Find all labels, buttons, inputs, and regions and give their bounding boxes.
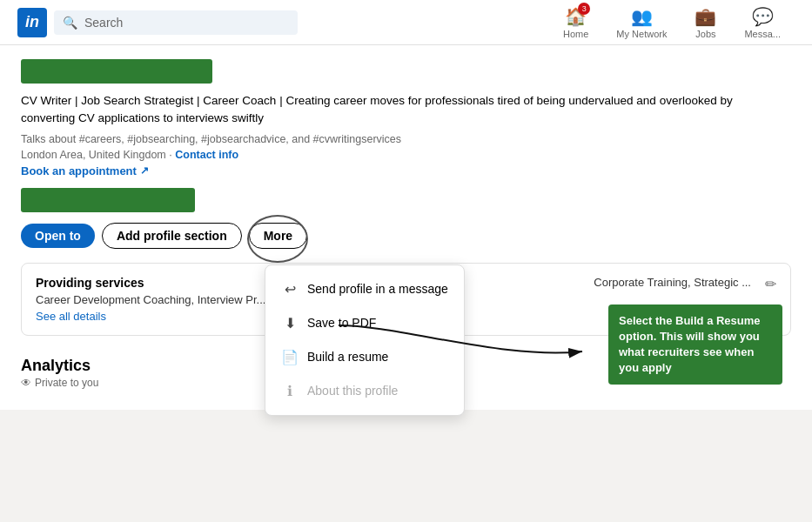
more-button[interactable]: More [249, 223, 307, 249]
header-nav: 🏠 3 Home 👥 My Network 💼 Jobs 💬 Messa... [549, 6, 795, 39]
profile-photo-bar [21, 188, 195, 212]
more-dropdown-menu: ↩ Send profile in a message ⬇ Save to PD… [265, 264, 465, 416]
jobs-icon: 💼 [695, 6, 716, 27]
services-right-text: Corporate Training, Strategic ... [594, 276, 751, 289]
build-resume-item[interactable]: 📄 Build a resume [265, 340, 464, 374]
home-badge: 3 [578, 3, 590, 15]
send-message-icon: ↩ [281, 281, 299, 298]
profile-cover-bar [21, 59, 212, 84]
nav-home-label: Home [563, 29, 588, 39]
home-icon: 🏠 3 [565, 6, 587, 27]
about-profile-icon: ℹ [281, 383, 299, 399]
top-navigation-bar: in 🔍 Search 🏠 3 Home 👥 My Network 💼 Jobs… [0, 0, 812, 45]
search-bar[interactable]: 🔍 Search [54, 10, 298, 35]
send-profile-message-item[interactable]: ↩ Send profile in a message [265, 272, 464, 306]
see-all-details-link[interactable]: See all details [36, 310, 265, 323]
profile-headline: CV Writer | Job Search Strategist | Care… [21, 92, 769, 128]
nav-jobs-label: Jobs [695, 29, 715, 39]
nav-network[interactable]: 👥 My Network [602, 6, 681, 39]
edit-services-icon[interactable]: ✏ [765, 276, 776, 292]
messaging-icon: 💬 [752, 6, 774, 27]
search-placeholder: Search [84, 16, 123, 30]
services-title: Providing services [36, 276, 265, 290]
profile-location: London Area, United Kingdom · Contact in… [21, 149, 791, 161]
services-content: Providing services Career Development Co… [36, 276, 265, 323]
main-content: CV Writer | Job Search Strategist | Care… [0, 45, 812, 410]
save-to-pdf-item[interactable]: ⬇ Save to PDF [265, 306, 464, 340]
nav-messaging[interactable]: 💬 Messa... [730, 6, 795, 39]
book-appointment-link[interactable]: Book an appointment ↗ [21, 164, 791, 177]
search-icon: 🔍 [63, 16, 77, 30]
save-pdf-icon: ⬇ [281, 315, 299, 331]
profile-hashtags: Talks about #careers, #jobsearching, #jo… [21, 133, 791, 145]
linkedin-logo[interactable]: in [17, 8, 47, 37]
about-profile-item[interactable]: ℹ About this profile [265, 374, 464, 408]
action-buttons-row: Open to Add profile section More ↩ Send … [21, 223, 791, 249]
nav-home[interactable]: 🏠 3 Home [549, 6, 602, 39]
annotation-box: Select the Build a Resume option. This w… [608, 304, 782, 385]
external-link-icon: ↗ [140, 164, 149, 177]
open-to-button[interactable]: Open to [21, 224, 95, 248]
add-profile-section-button[interactable]: Add profile section [102, 223, 242, 249]
network-icon: 👥 [631, 6, 653, 27]
contact-info-link[interactable]: Contact info [175, 149, 238, 161]
nav-network-label: My Network [616, 29, 667, 39]
nav-jobs[interactable]: 💼 Jobs [681, 6, 730, 39]
services-description: Career Development Coaching, Interview P… [36, 293, 265, 306]
nav-messaging-label: Messa... [744, 29, 781, 39]
eye-icon: 👁 [21, 377, 31, 389]
build-resume-icon: 📄 [281, 349, 299, 365]
